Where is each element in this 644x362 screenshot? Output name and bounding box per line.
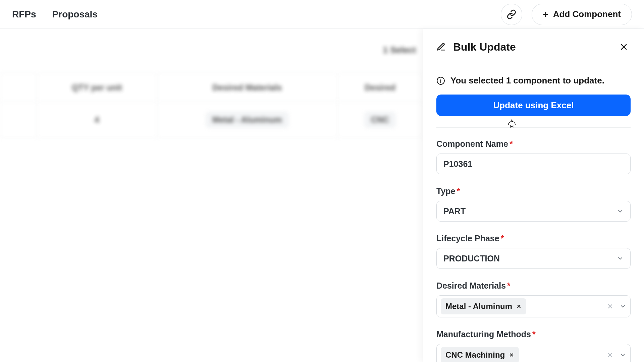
- cell-qty: 4: [37, 102, 157, 138]
- chevron-down-icon[interactable]: [620, 352, 626, 358]
- background-table-area: 1 Select QTY per unit Desired Materials …: [0, 29, 423, 362]
- materials-multiselect[interactable]: Metal - Aluminum: [436, 295, 631, 317]
- divider: [436, 127, 631, 128]
- cell-method-chip: CNC: [364, 112, 396, 128]
- selection-count: 1 Select: [383, 45, 416, 55]
- selection-info: You selected 1 component to update.: [436, 75, 631, 86]
- col-header-qty: QTY per unit: [37, 73, 157, 102]
- label-component-name-text: Component Name: [436, 139, 508, 148]
- label-methods: Manufacturing Methods*: [436, 329, 631, 339]
- link-button[interactable]: [501, 4, 522, 25]
- label-type: Type*: [436, 186, 631, 196]
- label-lifecycle-text: Lifecycle Phase: [436, 234, 499, 243]
- methods-tag-label: CNC Machining: [445, 350, 505, 360]
- materials-tag-remove[interactable]: [516, 304, 522, 309]
- label-component-name: Component Name*: [436, 139, 631, 149]
- lifecycle-select-value: PRODUCTION: [443, 254, 500, 263]
- component-name-input[interactable]: [436, 154, 631, 174]
- label-materials: Desired Materials*: [436, 281, 631, 291]
- svg-point-2: [440, 78, 441, 79]
- add-component-button[interactable]: + Add Component: [532, 4, 632, 25]
- top-tabs: RFPs Proposals: [12, 9, 98, 20]
- cell-material-chip: Metal - Aluminum: [206, 112, 288, 128]
- selection-info-text: You selected 1 component to update.: [450, 75, 604, 86]
- panel-body: You selected 1 component to update. Upda…: [423, 64, 644, 362]
- col-header-methods: Desired: [338, 73, 423, 102]
- components-table: QTY per unit Desired Materials Desired 4…: [0, 73, 423, 138]
- close-button[interactable]: [617, 40, 631, 54]
- info-icon: [436, 76, 445, 85]
- methods-multiselect[interactable]: CNC Machining: [436, 344, 631, 362]
- close-icon: [619, 42, 629, 52]
- materials-clear[interactable]: [607, 303, 613, 310]
- label-materials-text: Desired Materials: [436, 281, 506, 290]
- field-materials: Desired Materials* Metal - Aluminum: [436, 281, 631, 317]
- materials-tag-label: Metal - Aluminum: [445, 302, 512, 311]
- field-lifecycle: Lifecycle Phase* PRODUCTION: [436, 234, 631, 269]
- bulk-update-panel: Bulk Update You selected 1 component to …: [423, 29, 644, 362]
- field-methods: Manufacturing Methods* CNC Machining: [436, 329, 631, 362]
- field-type: Type* PART: [436, 186, 631, 222]
- type-select[interactable]: PART: [436, 201, 631, 222]
- add-component-label: Add Component: [553, 9, 621, 19]
- label-methods-text: Manufacturing Methods: [436, 329, 531, 339]
- edit-icon: [436, 42, 446, 52]
- panel-header: Bulk Update: [423, 29, 644, 64]
- table-row[interactable]: 4 Metal - Aluminum CNC: [0, 102, 423, 138]
- chevron-down-icon[interactable]: [620, 303, 626, 310]
- methods-clear[interactable]: [607, 352, 613, 358]
- label-type-text: Type: [436, 186, 455, 196]
- field-component-name: Component Name*: [436, 139, 631, 174]
- tab-proposals[interactable]: Proposals: [52, 9, 98, 20]
- tab-rfps[interactable]: RFPs: [12, 9, 36, 20]
- plus-icon: +: [543, 9, 548, 20]
- lifecycle-select[interactable]: PRODUCTION: [436, 248, 631, 269]
- col-header-materials: Desired Materials: [157, 73, 338, 102]
- chevron-down-icon: [617, 208, 624, 215]
- update-using-excel-button[interactable]: Update using Excel: [436, 95, 631, 116]
- methods-tag-remove[interactable]: [509, 352, 514, 358]
- panel-title: Bulk Update: [453, 41, 516, 53]
- link-icon: [506, 9, 517, 19]
- type-select-value: PART: [443, 206, 466, 216]
- chevron-down-icon: [617, 255, 624, 262]
- materials-tag: Metal - Aluminum: [441, 298, 526, 314]
- label-lifecycle: Lifecycle Phase*: [436, 234, 631, 243]
- topbar: RFPs Proposals + Add Component: [0, 0, 644, 29]
- methods-tag: CNC Machining: [441, 347, 519, 362]
